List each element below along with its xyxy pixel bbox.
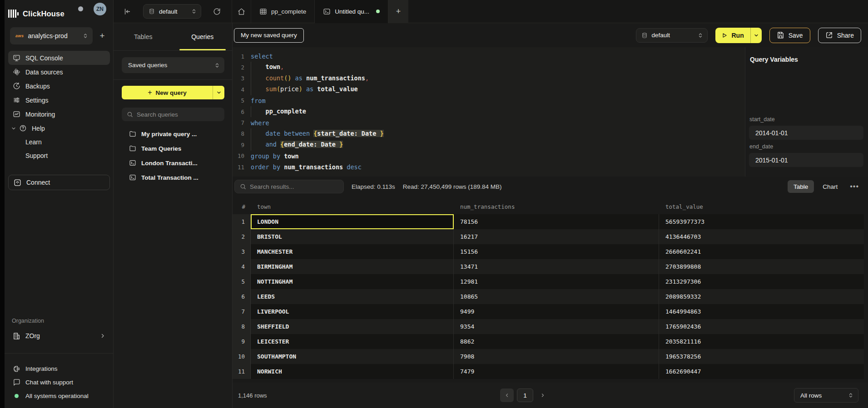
- view-table-button[interactable]: Table: [788, 180, 814, 193]
- sidebar-item-data-sources[interactable]: Data sources: [8, 65, 110, 79]
- query-list-item[interactable]: London Transacti...: [117, 156, 229, 170]
- cell-total-value[interactable]: 2313297306: [659, 274, 864, 289]
- code-line[interactable]: 3count() as num_transactions,: [233, 73, 745, 84]
- code-line[interactable]: 8date between {start_date: Date }: [233, 128, 745, 139]
- table-row[interactable]: 2BRISTOL162174136446703: [233, 229, 868, 244]
- code-line[interactable]: 9and {end_date: Date }: [233, 139, 745, 150]
- home-icon[interactable]: [232, 8, 251, 15]
- run-database-select[interactable]: default: [636, 28, 708, 43]
- sidebar-item-backups[interactable]: Backups: [8, 79, 110, 93]
- start-date-input[interactable]: 2014-01-01: [749, 126, 863, 140]
- tab-queries[interactable]: Queries: [173, 23, 233, 50]
- cell-town[interactable]: NOTTINGHAM: [251, 274, 454, 289]
- cell-town[interactable]: LEEDS: [251, 289, 454, 304]
- sql-editor[interactable]: 1select2town,3count() as num_transaction…: [233, 47, 745, 177]
- share-button[interactable]: Share: [818, 28, 861, 43]
- tab-untitled-query[interactable]: Untitled qu...: [315, 0, 388, 23]
- cell-total-value[interactable]: 1965378256: [659, 349, 864, 364]
- view-chart-button[interactable]: Chart: [817, 180, 843, 193]
- cell-num-transactions[interactable]: 8862: [454, 334, 659, 349]
- run-button[interactable]: Run: [715, 28, 762, 43]
- save-button[interactable]: Save: [769, 28, 810, 43]
- cell-town[interactable]: LEICESTER: [251, 334, 454, 349]
- cell-total-value[interactable]: 4136446703: [659, 229, 864, 244]
- run-options-dropdown[interactable]: [750, 28, 762, 43]
- new-query-button[interactable]: +New query: [122, 86, 224, 99]
- cell-num-transactions[interactable]: 16217: [454, 229, 659, 244]
- cell-total-value[interactable]: 2089859332: [659, 289, 864, 304]
- chat-with-support[interactable]: Chat with support: [8, 375, 110, 389]
- cell-num-transactions[interactable]: 12981: [454, 274, 659, 289]
- cell-total-value[interactable]: 2035821116: [659, 334, 864, 349]
- code-line[interactable]: 7where: [233, 117, 745, 128]
- cell-num-transactions[interactable]: 9499: [454, 304, 659, 319]
- connect-button[interactable]: Connect: [8, 175, 110, 190]
- table-row[interactable]: 10SOUTHAMPTON79081965378256: [233, 349, 868, 364]
- cell-total-value[interactable]: 2660602241: [659, 244, 864, 259]
- cell-num-transactions[interactable]: 7479: [454, 364, 659, 379]
- table-row[interactable]: 3MANCHESTER151562660602241: [233, 244, 868, 259]
- tab-pp-complete[interactable]: pp_complete: [251, 0, 314, 23]
- page-size-select[interactable]: All rows: [794, 388, 858, 403]
- saved-queries-select[interactable]: Saved queries: [122, 57, 224, 73]
- cell-town[interactable]: LIVERPOOL: [251, 304, 454, 319]
- table-row[interactable]: 8SHEFFIELD93541765902436: [233, 319, 868, 334]
- cell-total-value[interactable]: 1464994863: [659, 304, 864, 319]
- column-header-rank[interactable]: #: [233, 199, 251, 214]
- sidebar-item-monitoring[interactable]: Monitoring: [8, 107, 110, 121]
- search-queries-input[interactable]: Search queries: [122, 108, 224, 121]
- next-page-button[interactable]: [536, 388, 549, 402]
- table-row[interactable]: 5NOTTINGHAM129812313297306: [233, 274, 868, 289]
- query-list-item[interactable]: Team Queries: [117, 141, 229, 156]
- cell-num-transactions[interactable]: 10865: [454, 289, 659, 304]
- organization-switcher[interactable]: ZOrg: [8, 329, 110, 343]
- sidebar-item-sql-console[interactable]: SQL Console: [8, 51, 110, 65]
- cell-town[interactable]: SHEFFIELD: [251, 319, 454, 334]
- table-row[interactable]: 1LONDON7815656593977373: [233, 214, 868, 229]
- code-line[interactable]: 11order by num_transactions desc: [233, 162, 745, 172]
- sidebar-item-learn[interactable]: Learn: [8, 135, 110, 149]
- database-select[interactable]: default: [143, 4, 201, 19]
- avatar[interactable]: ZN: [94, 3, 106, 15]
- code-line[interactable]: 10group by town: [233, 151, 745, 162]
- new-query-dropdown[interactable]: [213, 86, 224, 99]
- cell-total-value[interactable]: 56593977373: [659, 214, 864, 229]
- add-service-button[interactable]: +: [96, 30, 108, 42]
- more-options-icon[interactable]: •••: [846, 182, 863, 191]
- table-row[interactable]: 9LEICESTER88622035821116: [233, 334, 868, 349]
- code-line[interactable]: 4sum(price) as total_value: [233, 84, 745, 95]
- cell-total-value[interactable]: 1765902436: [659, 319, 864, 334]
- cell-num-transactions[interactable]: 15156: [454, 244, 659, 259]
- column-header-num-transactions[interactable]: num_transactions: [454, 199, 659, 214]
- code-line[interactable]: 2town,: [233, 62, 745, 73]
- tab-tables[interactable]: Tables: [114, 23, 173, 50]
- code-line[interactable]: 5from: [233, 95, 745, 106]
- saved-query-chip[interactable]: My new saved query: [234, 28, 304, 43]
- query-list-item[interactable]: My private query ...: [117, 127, 229, 141]
- cell-num-transactions[interactable]: 78156: [454, 214, 659, 229]
- column-header-total-value[interactable]: total_value: [659, 199, 864, 214]
- cell-town[interactable]: LONDON: [251, 214, 454, 229]
- cell-num-transactions[interactable]: 7908: [454, 349, 659, 364]
- cell-town[interactable]: BRISTOL: [251, 229, 454, 244]
- cell-num-transactions[interactable]: 9354: [454, 319, 659, 334]
- table-row[interactable]: 6LEEDS108652089859332: [233, 289, 868, 304]
- service-select[interactable]: aws analytics-prod: [10, 27, 93, 44]
- end-date-input[interactable]: 2015-01-01: [749, 153, 863, 167]
- table-row[interactable]: 11NORWICH74791662690447: [233, 364, 868, 379]
- cell-total-value[interactable]: 2703899808: [659, 259, 864, 274]
- system-status[interactable]: All systems operational: [8, 389, 110, 403]
- sidebar-item-settings[interactable]: Settings: [8, 93, 110, 107]
- column-header-town[interactable]: town: [251, 199, 454, 214]
- cell-town[interactable]: NORWICH: [251, 364, 454, 379]
- cell-total-value[interactable]: 1662690447: [659, 364, 864, 379]
- table-row[interactable]: 4BIRMINGHAM134712703899808: [233, 259, 868, 274]
- collapse-sidebar-icon[interactable]: [118, 8, 137, 15]
- cell-num-transactions[interactable]: 13471: [454, 259, 659, 274]
- sidebar-item-help[interactable]: Help: [8, 121, 110, 135]
- code-line[interactable]: 1select: [233, 51, 745, 62]
- new-tab-button[interactable]: +: [388, 0, 408, 23]
- code-line[interactable]: 6pp_complete: [233, 106, 745, 117]
- cell-town[interactable]: SOUTHAMPTON: [251, 349, 454, 364]
- query-list-item[interactable]: Total Transaction ...: [117, 170, 229, 185]
